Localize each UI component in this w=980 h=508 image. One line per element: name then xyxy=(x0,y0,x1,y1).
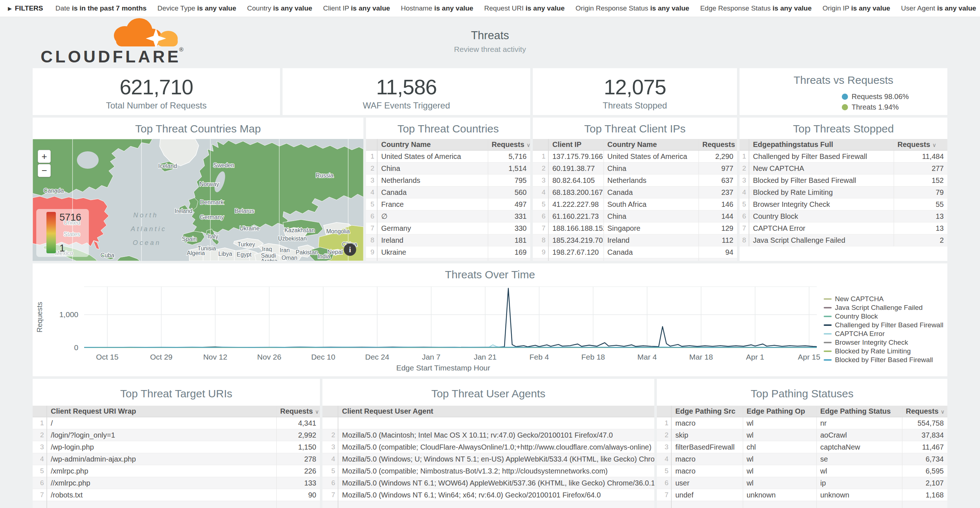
stat-value: 621,710 xyxy=(33,75,280,99)
table-row: 4macrowlse6,734 xyxy=(657,453,947,465)
column-header[interactable]: Requests∨ xyxy=(488,139,530,151)
filter-item[interactable]: Origin Response Status is any value xyxy=(576,4,689,12)
threats-vs-requests-title: Threats vs Requests xyxy=(740,74,947,86)
row-index: 5 xyxy=(533,199,548,210)
filter-item[interactable]: Request URI is any value xyxy=(484,4,565,12)
table-cell: 158 xyxy=(488,258,530,261)
axis-label: Requests xyxy=(35,302,43,333)
filter-item[interactable]: Client IP is any value xyxy=(323,4,390,12)
table-cell: 4,341 xyxy=(276,417,320,429)
filter-item[interactable]: Edge Response Status is any value xyxy=(700,4,811,12)
table-cell: 79 xyxy=(894,186,947,199)
table-cell: New CAPTCHA xyxy=(749,162,894,175)
axis-label: Nov 12 xyxy=(203,353,228,361)
column-header[interactable]: Client IP xyxy=(548,139,603,151)
table-cell: undef xyxy=(671,489,743,501)
country-label: Denmark xyxy=(200,199,224,205)
column-header[interactable]: Requests∨ xyxy=(902,406,947,417)
row-index: 4 xyxy=(33,453,47,465)
table-cell: China xyxy=(377,162,488,175)
table-cell: 146 xyxy=(698,199,737,210)
table-row: 1061.160.247.127China88 xyxy=(533,258,737,261)
table-row: 6∅331 xyxy=(366,210,530,223)
table-row: 8Ireland181 xyxy=(366,234,530,246)
country-label: Spain xyxy=(182,236,197,242)
filter-item[interactable]: Hostname is any value xyxy=(401,4,473,12)
table-cell: 112 xyxy=(698,234,737,246)
table-cell: 198.27.67.120 xyxy=(548,246,603,258)
table-row: 8185.234.219.70Ireland112 xyxy=(533,234,737,246)
table-cell: wl xyxy=(743,477,816,489)
world-map[interactable]: NorthAtlanticOceanCanadaUnitedStatesMexi… xyxy=(33,139,363,261)
table-row: 8Java Script Challenge Failed2 xyxy=(740,234,947,246)
table-cell xyxy=(816,501,902,508)
table-cell: se xyxy=(816,453,902,465)
table-row: 4Blocked by Rate Limiting79 xyxy=(740,186,947,199)
column-header[interactable]: Edgepathingstatus Full xyxy=(749,139,894,151)
stat-label: Threats Stopped xyxy=(533,100,737,111)
section-title: Top Threats Stopped xyxy=(740,123,947,135)
row-index: 3 xyxy=(323,441,338,453)
table-row xyxy=(33,501,320,508)
top-pathing-statuses-table-host: Edge Pathing SrcEdge Pathing OpEdge Path… xyxy=(657,406,947,508)
country-label: Libya xyxy=(218,251,232,257)
row-index: 2 xyxy=(533,162,548,175)
legend-item: Requests 98.06% xyxy=(842,91,947,102)
table-cell: 554,758 xyxy=(902,417,947,429)
column-header[interactable]: Client Request User Agent xyxy=(338,406,654,417)
index-column-header xyxy=(366,139,377,151)
country-label: Russia xyxy=(316,172,334,178)
column-header[interactable]: Country Name xyxy=(603,139,698,151)
section-title: Top Pathing Statuses xyxy=(657,387,947,400)
top-threats-stopped-table-host: Edgepathingstatus FullRequests∨1Challeng… xyxy=(740,139,947,246)
column-header[interactable]: Edge Pathing Status xyxy=(816,406,902,417)
table-cell: 2,107 xyxy=(902,477,947,489)
table-cell: 278 xyxy=(276,453,320,465)
table-cell: 41.222.227.98 xyxy=(548,199,603,210)
data-table: Country NameRequests∨1United States of A… xyxy=(366,139,530,261)
filter-item[interactable]: Date is in the past 7 months xyxy=(56,4,146,12)
country-label: Mongolia xyxy=(326,228,350,234)
table-row: 7CAPTCHA Error13 xyxy=(740,223,947,234)
table-cell: 497 xyxy=(488,199,530,210)
filter-item[interactable]: Device Type is any value xyxy=(158,4,236,12)
axis-label: Apr 15 xyxy=(798,353,821,361)
threats-over-time-card: Threats Over Time New CAPTCHAJava Script… xyxy=(33,263,947,376)
country-label: Italy xyxy=(207,233,218,239)
filters-toggle[interactable]: ▶ FILTERS xyxy=(8,4,43,12)
column-header[interactable]: Requests∨ xyxy=(276,406,320,417)
column-header[interactable]: Requests∨ xyxy=(894,139,947,151)
table-cell: Ireland xyxy=(377,234,488,246)
top-threat-client-ips-table-host: Client IPCountry NameRequests∨1137.175.7… xyxy=(533,139,737,261)
table-cell: Mozilla/5.0 (compatible; CloudFlare-Alwa… xyxy=(338,441,654,453)
filter-item[interactable]: User Agent is any value xyxy=(901,4,976,12)
cloudflare-logo: CLOUDFLARE ® xyxy=(41,17,186,68)
column-header[interactable]: Edge Pathing Op xyxy=(743,406,816,417)
map-zoom-in-button[interactable]: + xyxy=(38,150,51,163)
table-cell: China xyxy=(603,258,698,261)
column-header[interactable]: Requests∨ xyxy=(698,139,737,151)
table-row: 7Mozilla/5.0 (Windows NT 6.1; Win64; x64… xyxy=(323,489,654,501)
table-cell: filterBasedFirewall xyxy=(671,441,743,453)
column-header[interactable]: Client Request URI Wrap xyxy=(47,406,276,417)
map-zoom-out-button[interactable]: − xyxy=(38,164,51,177)
table-row: 2China1,514 xyxy=(366,162,530,175)
table-cell: Germany xyxy=(377,223,488,234)
table-cell: 129 xyxy=(698,223,737,234)
section-title: Top Threat Countries xyxy=(366,123,530,135)
table-row xyxy=(657,501,947,508)
table-cell: 90 xyxy=(276,489,320,501)
table-row: 2Mozilla/5.0 (Macintosh; Intel Mac OS X … xyxy=(323,429,654,441)
table-cell: 13 xyxy=(894,210,947,223)
row-index: 2 xyxy=(740,162,749,175)
table-row: 380.82.64.105Netherlands637 xyxy=(533,175,737,186)
map-info-icon[interactable]: i xyxy=(344,244,356,256)
filter-item[interactable]: Country is any value xyxy=(247,4,312,12)
column-header[interactable]: Country Name xyxy=(377,139,488,151)
filter-item[interactable]: Origin IP is any value xyxy=(822,4,891,12)
row-index: 3 xyxy=(533,175,548,186)
table-cell: nr xyxy=(816,417,902,429)
axis-label: Jan 7 xyxy=(422,353,440,361)
threats-over-time-plot[interactable]: 01,000Oct 15Oct 29Nov 12Nov 26Dec 10Dec … xyxy=(33,263,947,376)
column-header[interactable]: Edge Pathing Src xyxy=(671,406,743,417)
